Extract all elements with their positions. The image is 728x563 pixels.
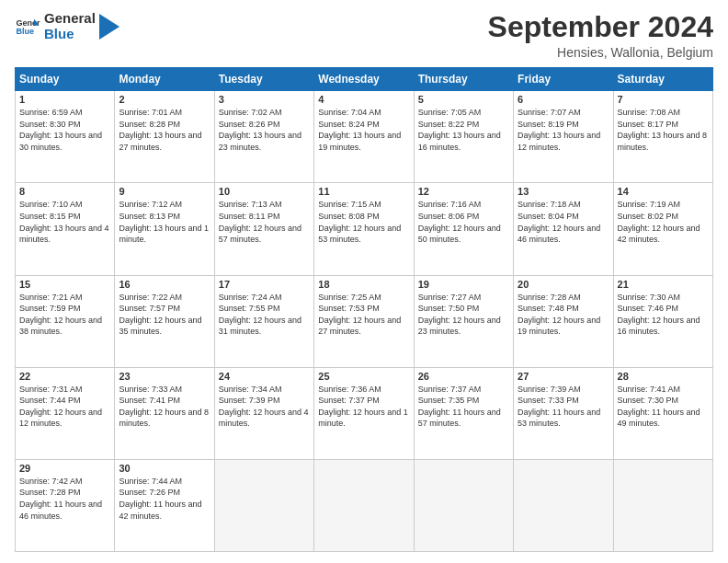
header-wednesday: Wednesday bbox=[314, 68, 414, 91]
day-7: 7 Sunrise: 7:08 AMSunset: 8:17 PMDayligh… bbox=[613, 91, 712, 183]
day-23: 23 Sunrise: 7:33 AMSunset: 7:41 PMDaylig… bbox=[115, 367, 214, 459]
day-18: 18 Sunrise: 7:25 AMSunset: 7:53 PMDaylig… bbox=[314, 275, 414, 367]
day-30: 30 Sunrise: 7:44 AMSunset: 7:26 PMDaylig… bbox=[115, 459, 214, 551]
header-sunday: Sunday bbox=[16, 68, 115, 91]
page: General Blue General Blue September 2024… bbox=[0, 0, 728, 563]
day-24: 24 Sunrise: 7:34 AMSunset: 7:39 PMDaylig… bbox=[214, 367, 313, 459]
logo: General Blue General Blue bbox=[15, 11, 119, 41]
day-19: 19 Sunrise: 7:27 AMSunset: 7:50 PMDaylig… bbox=[414, 275, 513, 367]
title-block: September 2024 Hensies, Wallonia, Belgiu… bbox=[488, 11, 713, 60]
day-26: 26 Sunrise: 7:37 AMSunset: 7:35 PMDaylig… bbox=[414, 367, 513, 459]
logo-general: General bbox=[44, 11, 96, 27]
week-row-5: 29 Sunrise: 7:42 AMSunset: 7:28 PMDaylig… bbox=[16, 459, 713, 551]
day-27: 27 Sunrise: 7:39 AMSunset: 7:33 PMDaylig… bbox=[514, 367, 613, 459]
day-20: 20 Sunrise: 7:28 AMSunset: 7:48 PMDaylig… bbox=[514, 275, 613, 367]
empty-cell-4 bbox=[514, 459, 613, 551]
day-16: 16 Sunrise: 7:22 AMSunset: 7:57 PMDaylig… bbox=[115, 275, 214, 367]
day-4: 4 Sunrise: 7:04 AMSunset: 8:24 PMDayligh… bbox=[314, 91, 414, 183]
logo-triangle-icon bbox=[99, 14, 119, 40]
header-thursday: Thursday bbox=[414, 68, 513, 91]
day-10: 10 Sunrise: 7:13 AMSunset: 8:11 PMDaylig… bbox=[214, 183, 313, 275]
header-monday: Monday bbox=[115, 68, 214, 91]
day-29: 29 Sunrise: 7:42 AMSunset: 7:28 PMDaylig… bbox=[16, 459, 115, 551]
day-22: 22 Sunrise: 7:31 AMSunset: 7:44 PMDaylig… bbox=[16, 367, 115, 459]
week-row-1: 1 Sunrise: 6:59 AMSunset: 8:30 PMDayligh… bbox=[16, 91, 713, 183]
day-17: 17 Sunrise: 7:24 AMSunset: 7:55 PMDaylig… bbox=[214, 275, 313, 367]
header-saturday: Saturday bbox=[613, 68, 712, 91]
empty-cell-3 bbox=[414, 459, 513, 551]
week-row-4: 22 Sunrise: 7:31 AMSunset: 7:44 PMDaylig… bbox=[16, 367, 713, 459]
empty-cell-5 bbox=[613, 459, 712, 551]
svg-marker-3 bbox=[99, 14, 119, 40]
day-6: 6 Sunrise: 7:07 AMSunset: 8:19 PMDayligh… bbox=[514, 91, 613, 183]
day-11: 11 Sunrise: 7:15 AMSunset: 8:08 PMDaylig… bbox=[314, 183, 414, 275]
empty-cell-1 bbox=[214, 459, 313, 551]
day-14: 14 Sunrise: 7:19 AMSunset: 8:02 PMDaylig… bbox=[613, 183, 712, 275]
week-row-3: 15 Sunrise: 7:21 AMSunset: 7:59 PMDaylig… bbox=[16, 275, 713, 367]
header-tuesday: Tuesday bbox=[214, 68, 313, 91]
day-3: 3 Sunrise: 7:02 AMSunset: 8:26 PMDayligh… bbox=[214, 91, 313, 183]
day-8: 8 Sunrise: 7:10 AMSunset: 8:15 PMDayligh… bbox=[16, 183, 115, 275]
header-row: Sunday Monday Tuesday Wednesday Thursday… bbox=[16, 68, 713, 91]
header: General Blue General Blue September 2024… bbox=[15, 11, 713, 60]
logo-blue: Blue bbox=[44, 27, 96, 42]
logo-icon: General Blue bbox=[15, 14, 40, 40]
day-28: 28 Sunrise: 7:41 AMSunset: 7:30 PMDaylig… bbox=[613, 367, 712, 459]
svg-text:Blue: Blue bbox=[16, 27, 34, 36]
location-subtitle: Hensies, Wallonia, Belgium bbox=[488, 45, 713, 60]
month-title: September 2024 bbox=[488, 11, 713, 43]
header-friday: Friday bbox=[514, 68, 613, 91]
empty-cell-2 bbox=[314, 459, 414, 551]
day-5: 5 Sunrise: 7:05 AMSunset: 8:22 PMDayligh… bbox=[414, 91, 513, 183]
calendar-table: Sunday Monday Tuesday Wednesday Thursday… bbox=[15, 67, 713, 552]
week-row-2: 8 Sunrise: 7:10 AMSunset: 8:15 PMDayligh… bbox=[16, 183, 713, 275]
day-13: 13 Sunrise: 7:18 AMSunset: 8:04 PMDaylig… bbox=[514, 183, 613, 275]
day-15: 15 Sunrise: 7:21 AMSunset: 7:59 PMDaylig… bbox=[16, 275, 115, 367]
day-9: 9 Sunrise: 7:12 AMSunset: 8:13 PMDayligh… bbox=[115, 183, 214, 275]
day-12: 12 Sunrise: 7:16 AMSunset: 8:06 PMDaylig… bbox=[414, 183, 513, 275]
day-21: 21 Sunrise: 7:30 AMSunset: 7:46 PMDaylig… bbox=[613, 275, 712, 367]
day-2: 2 Sunrise: 7:01 AMSunset: 8:28 PMDayligh… bbox=[115, 91, 214, 183]
day-1: 1 Sunrise: 6:59 AMSunset: 8:30 PMDayligh… bbox=[16, 91, 115, 183]
day-25: 25 Sunrise: 7:36 AMSunset: 7:37 PMDaylig… bbox=[314, 367, 414, 459]
